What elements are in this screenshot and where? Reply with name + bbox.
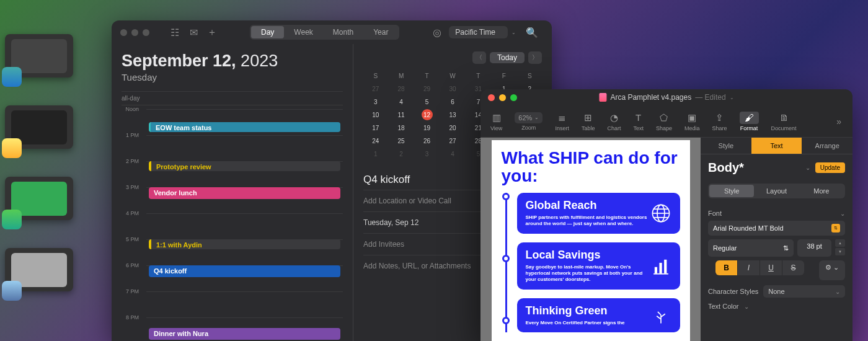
mini-day[interactable]: 12 bbox=[422, 109, 433, 120]
mini-day[interactable]: 26 bbox=[415, 135, 439, 147]
date-header: September 12, 2023 bbox=[122, 51, 343, 71]
mini-day[interactable]: 11 bbox=[389, 109, 413, 121]
bold-button[interactable]: B bbox=[715, 260, 738, 275]
text-button[interactable]: TText bbox=[628, 112, 649, 131]
card-thinking-green[interactable]: Thinking Green Every Move On Certified P… bbox=[517, 298, 680, 332]
media-button[interactable]: ▣Media bbox=[680, 112, 705, 131]
calendar-event[interactable]: EOW team status bbox=[149, 122, 340, 132]
day-view-tab[interactable]: Day bbox=[251, 26, 284, 38]
window-title[interactable]: Arca Pamphlet v4.pages — Edited ⌄ bbox=[599, 93, 733, 102]
mini-day[interactable]: 27 bbox=[363, 83, 388, 95]
card-local-savings[interactable]: Local Savings Say goodbye to last-mile m… bbox=[517, 242, 680, 290]
mini-day[interactable]: 1 bbox=[363, 148, 388, 160]
today-button[interactable]: Today bbox=[490, 52, 525, 63]
calendar-event[interactable]: Dinner with Nura bbox=[149, 328, 340, 340]
mini-day[interactable]: 5 bbox=[415, 96, 439, 108]
tab-arrange[interactable]: Arrange bbox=[802, 138, 852, 154]
calendar-event[interactable]: Q4 kickoff bbox=[149, 265, 340, 277]
mini-day[interactable]: 17 bbox=[363, 122, 388, 134]
char-style-select[interactable]: None⌄ bbox=[763, 285, 845, 298]
fullscreen-button[interactable] bbox=[510, 94, 517, 101]
font-size-field[interactable]: 38 pt bbox=[797, 239, 831, 257]
close-button[interactable] bbox=[120, 29, 127, 36]
airplay-icon[interactable]: ◎ bbox=[433, 27, 441, 38]
underline-button[interactable]: U bbox=[760, 260, 782, 275]
mini-day[interactable]: 3 bbox=[363, 96, 388, 108]
calendar-event[interactable]: Prototype review bbox=[149, 161, 340, 171]
allday-row[interactable]: all-day bbox=[122, 91, 343, 105]
year-view-tab[interactable]: Year bbox=[363, 26, 398, 38]
font-family-select[interactable]: Arial Rounded MT Bold⇅ bbox=[708, 221, 845, 236]
mini-day[interactable]: 24 bbox=[363, 135, 388, 147]
numbers-thumb[interactable] bbox=[5, 177, 73, 220]
inbox-button[interactable]: ✉ bbox=[185, 25, 202, 39]
minimize-button[interactable] bbox=[131, 29, 138, 36]
mini-day[interactable]: 3 bbox=[415, 148, 439, 160]
subtab-style[interactable]: Style bbox=[709, 185, 754, 197]
mini-day[interactable]: 25 bbox=[389, 135, 413, 147]
update-style-button[interactable]: Update bbox=[815, 162, 845, 173]
preview-thumb[interactable] bbox=[5, 248, 73, 291]
tab-style[interactable]: Style bbox=[701, 138, 751, 154]
text-color-label: Text Color bbox=[708, 303, 739, 310]
week-view-tab[interactable]: Week bbox=[284, 26, 322, 38]
fullscreen-button[interactable] bbox=[143, 29, 149, 36]
mini-day[interactable]: 2 bbox=[389, 148, 413, 160]
shape-button[interactable]: ⬠Shape bbox=[651, 112, 677, 131]
mini-day[interactable]: 6 bbox=[440, 96, 464, 108]
table-button[interactable]: ⊞Table bbox=[577, 112, 600, 131]
doc-headline[interactable]: What SHIP can do for you: bbox=[502, 149, 680, 185]
mini-day[interactable]: 19 bbox=[415, 122, 439, 134]
view-button[interactable]: ▥View bbox=[485, 112, 507, 131]
hour-label: 1 PM bbox=[122, 132, 144, 138]
search-icon[interactable]: 🔍 bbox=[526, 27, 538, 38]
pages-toolbar: ▥View 62% ⌄Zoom ≣Insert ⊞Table ◔Chart TT… bbox=[480, 105, 852, 138]
share-button[interactable]: ⇪Share bbox=[707, 112, 732, 131]
zoom-control[interactable]: 62% ⌄Zoom bbox=[510, 112, 547, 131]
view-segmented-control[interactable]: Day Week Month Year bbox=[250, 25, 399, 40]
mini-day[interactable]: 29 bbox=[415, 83, 439, 95]
mini-day[interactable]: 10 bbox=[363, 109, 388, 121]
subtab-layout[interactable]: Layout bbox=[754, 185, 799, 197]
mini-day[interactable]: 27 bbox=[440, 135, 464, 147]
mini-day[interactable]: 20 bbox=[440, 122, 464, 134]
italic-button[interactable]: I bbox=[738, 260, 760, 275]
add-event-button[interactable]: ＋ bbox=[204, 25, 220, 39]
pages-window: Arca Pamphlet v4.pages — Edited ⌄ ▥View … bbox=[480, 89, 852, 341]
size-stepper[interactable]: ▲▼ bbox=[835, 239, 845, 257]
gear-button[interactable]: ⚙ ⌄ bbox=[819, 260, 845, 280]
timezone-select[interactable]: Pacific Time bbox=[449, 26, 508, 38]
document-button[interactable]: 🗎Document bbox=[766, 112, 802, 131]
mini-day[interactable]: 30 bbox=[440, 83, 464, 95]
document-page[interactable]: What SHIP can do for you: Global Reach S… bbox=[492, 140, 690, 341]
subtab-more[interactable]: More bbox=[799, 185, 844, 197]
mini-day[interactable]: 4 bbox=[440, 148, 464, 160]
font-section-header[interactable]: Font⌄ bbox=[701, 205, 852, 221]
calendar-event[interactable]: 1:1 with Aydin bbox=[149, 239, 340, 249]
close-button[interactable] bbox=[488, 94, 495, 101]
card-global-reach[interactable]: Global Reach SHIP partners with fulfillm… bbox=[517, 193, 680, 234]
mini-day[interactable]: 4 bbox=[389, 96, 413, 108]
svg-rect-6 bbox=[659, 263, 662, 273]
month-view-tab[interactable]: Month bbox=[323, 26, 363, 38]
notes-thumb[interactable] bbox=[5, 105, 73, 149]
paragraph-style[interactable]: Body* bbox=[708, 161, 800, 175]
overflow-icon[interactable]: » bbox=[830, 117, 848, 126]
format-button[interactable]: 🖌Format bbox=[735, 112, 764, 131]
mini-day[interactable]: 13 bbox=[440, 109, 464, 121]
document-canvas[interactable]: What SHIP can do for you: Global Reach S… bbox=[480, 138, 701, 341]
text-subtabs[interactable]: Style Layout More bbox=[708, 184, 845, 198]
strike-button[interactable]: S bbox=[782, 260, 804, 275]
calendars-button[interactable]: ☷ bbox=[167, 25, 183, 39]
next-day-button[interactable]: 〉 bbox=[528, 51, 542, 64]
mini-day[interactable]: 28 bbox=[389, 83, 413, 95]
keynote-thumb[interactable] bbox=[5, 34, 73, 78]
tab-text[interactable]: Text bbox=[751, 138, 802, 154]
minimize-button[interactable] bbox=[499, 94, 506, 101]
insert-button[interactable]: ≣Insert bbox=[550, 112, 574, 131]
mini-day[interactable]: 18 bbox=[389, 122, 413, 134]
chart-button[interactable]: ◔Chart bbox=[602, 112, 626, 131]
prev-day-button[interactable]: 〈 bbox=[472, 51, 486, 64]
calendar-event[interactable]: Vendor lunch bbox=[149, 187, 340, 199]
font-weight-select[interactable]: Regular⇅ bbox=[708, 239, 794, 257]
